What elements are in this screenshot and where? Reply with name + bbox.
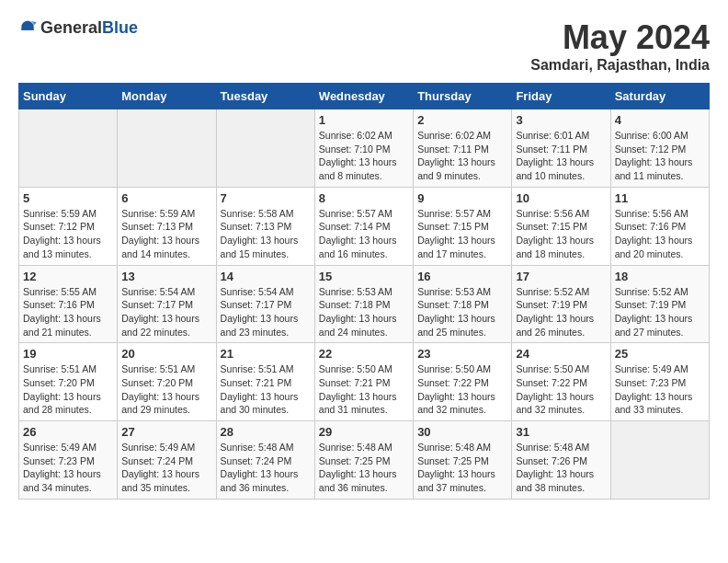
day-cell: 17Sunrise: 5:52 AM Sunset: 7:19 PM Dayli…	[512, 265, 610, 343]
day-info: Sunrise: 6:02 AM Sunset: 7:10 PM Dayligh…	[319, 129, 409, 183]
day-number: 31	[516, 425, 606, 439]
day-number: 20	[121, 347, 211, 361]
day-cell: 31Sunrise: 5:48 AM Sunset: 7:26 PM Dayli…	[512, 421, 610, 500]
day-info: Sunrise: 5:57 AM Sunset: 7:14 PM Dayligh…	[319, 207, 409, 261]
day-info: Sunrise: 5:49 AM Sunset: 7:23 PM Dayligh…	[23, 441, 113, 495]
day-number: 27	[121, 425, 211, 439]
day-info: Sunrise: 5:59 AM Sunset: 7:13 PM Dayligh…	[121, 207, 211, 261]
week-row-1: 1Sunrise: 6:02 AM Sunset: 7:10 PM Daylig…	[19, 109, 710, 188]
day-cell: 11Sunrise: 5:56 AM Sunset: 7:16 PM Dayli…	[610, 187, 709, 265]
day-number: 14	[221, 270, 311, 283]
day-number: 8	[319, 191, 409, 205]
day-number: 28	[221, 425, 311, 439]
day-cell: 15Sunrise: 5:53 AM Sunset: 7:18 PM Dayli…	[314, 265, 413, 343]
day-cell: 9Sunrise: 5:57 AM Sunset: 7:15 PM Daylig…	[414, 187, 512, 265]
day-info: Sunrise: 5:51 AM Sunset: 7:20 PM Dayligh…	[121, 362, 211, 417]
day-number: 29	[319, 425, 409, 439]
day-info: Sunrise: 5:49 AM Sunset: 7:23 PM Dayligh…	[615, 362, 705, 417]
day-number: 26	[23, 425, 113, 439]
weekday-saturday: Saturday	[610, 84, 709, 109]
day-info: Sunrise: 5:52 AM Sunset: 7:19 PM Dayligh…	[516, 285, 606, 339]
weekday-friday: Friday	[512, 84, 610, 109]
day-number: 24	[516, 347, 606, 361]
week-row-4: 19Sunrise: 5:51 AM Sunset: 7:20 PM Dayli…	[19, 343, 710, 421]
day-cell: 12Sunrise: 5:55 AM Sunset: 7:16 PM Dayli…	[19, 265, 118, 343]
subtitle: Samdari, Rajasthan, India	[530, 57, 710, 74]
day-cell	[216, 109, 314, 188]
day-number: 2	[417, 113, 507, 127]
calendar-table: SundayMondayTuesdayWednesdayThursdayFrid…	[18, 83, 710, 500]
day-number: 5	[23, 191, 113, 205]
day-info: Sunrise: 5:56 AM Sunset: 7:15 PM Dayligh…	[516, 207, 606, 261]
day-info: Sunrise: 6:01 AM Sunset: 7:11 PM Dayligh…	[516, 129, 606, 183]
day-cell: 24Sunrise: 5:50 AM Sunset: 7:22 PM Dayli…	[512, 343, 610, 421]
day-cell: 3Sunrise: 6:01 AM Sunset: 7:11 PM Daylig…	[512, 109, 610, 188]
day-number: 16	[417, 270, 507, 283]
logo-icon	[18, 19, 37, 38]
weekday-sunday: Sunday	[19, 84, 118, 109]
day-number: 13	[121, 270, 211, 283]
day-cell: 30Sunrise: 5:48 AM Sunset: 7:25 PM Dayli…	[414, 421, 512, 500]
day-cell: 1Sunrise: 6:02 AM Sunset: 7:10 PM Daylig…	[314, 109, 413, 188]
day-cell: 19Sunrise: 5:51 AM Sunset: 7:20 PM Dayli…	[19, 343, 118, 421]
day-number: 1	[319, 113, 409, 127]
day-number: 12	[23, 270, 113, 283]
logo-general: General	[40, 18, 102, 37]
day-cell: 13Sunrise: 5:54 AM Sunset: 7:17 PM Dayli…	[118, 265, 216, 343]
day-cell: 7Sunrise: 5:58 AM Sunset: 7:13 PM Daylig…	[216, 187, 314, 265]
day-info: Sunrise: 6:00 AM Sunset: 7:12 PM Dayligh…	[615, 129, 705, 183]
day-cell: 4Sunrise: 6:00 AM Sunset: 7:12 PM Daylig…	[610, 109, 709, 188]
day-cell: 23Sunrise: 5:50 AM Sunset: 7:22 PM Dayli…	[414, 343, 512, 421]
day-cell	[19, 109, 118, 188]
day-cell: 10Sunrise: 5:56 AM Sunset: 7:15 PM Dayli…	[512, 187, 610, 265]
day-number: 15	[319, 270, 409, 283]
day-number: 7	[221, 191, 311, 205]
day-cell: 2Sunrise: 6:02 AM Sunset: 7:11 PM Daylig…	[414, 109, 512, 188]
weekday-header-row: SundayMondayTuesdayWednesdayThursdayFrid…	[19, 84, 710, 109]
day-info: Sunrise: 5:54 AM Sunset: 7:17 PM Dayligh…	[121, 285, 211, 339]
day-info: Sunrise: 5:50 AM Sunset: 7:21 PM Dayligh…	[319, 362, 409, 417]
day-info: Sunrise: 5:50 AM Sunset: 7:22 PM Dayligh…	[516, 362, 606, 417]
day-cell: 22Sunrise: 5:50 AM Sunset: 7:21 PM Dayli…	[314, 343, 413, 421]
weekday-monday: Monday	[118, 84, 216, 109]
day-cell: 26Sunrise: 5:49 AM Sunset: 7:23 PM Dayli…	[19, 421, 118, 500]
day-info: Sunrise: 5:59 AM Sunset: 7:12 PM Dayligh…	[23, 207, 113, 261]
day-info: Sunrise: 5:52 AM Sunset: 7:19 PM Dayligh…	[615, 285, 705, 339]
day-number: 10	[516, 191, 606, 205]
day-cell: 6Sunrise: 5:59 AM Sunset: 7:13 PM Daylig…	[118, 187, 216, 265]
day-info: Sunrise: 5:51 AM Sunset: 7:21 PM Dayligh…	[221, 362, 311, 417]
day-cell: 29Sunrise: 5:48 AM Sunset: 7:25 PM Dayli…	[314, 421, 413, 500]
logo-text: GeneralBlue	[40, 18, 138, 38]
day-number: 6	[121, 191, 211, 205]
day-cell: 28Sunrise: 5:48 AM Sunset: 7:24 PM Dayli…	[216, 421, 314, 500]
week-row-2: 5Sunrise: 5:59 AM Sunset: 7:12 PM Daylig…	[19, 187, 710, 265]
day-cell: 21Sunrise: 5:51 AM Sunset: 7:21 PM Dayli…	[216, 343, 314, 421]
day-number: 9	[417, 191, 507, 205]
day-cell: 20Sunrise: 5:51 AM Sunset: 7:20 PM Dayli…	[118, 343, 216, 421]
day-cell: 14Sunrise: 5:54 AM Sunset: 7:17 PM Dayli…	[216, 265, 314, 343]
day-number: 19	[23, 347, 113, 361]
day-info: Sunrise: 5:53 AM Sunset: 7:18 PM Dayligh…	[417, 285, 507, 339]
day-info: Sunrise: 5:51 AM Sunset: 7:20 PM Dayligh…	[23, 362, 113, 417]
day-cell: 25Sunrise: 5:49 AM Sunset: 7:23 PM Dayli…	[610, 343, 709, 421]
day-number: 18	[615, 270, 705, 283]
week-row-5: 26Sunrise: 5:49 AM Sunset: 7:23 PM Dayli…	[19, 421, 710, 500]
logo: GeneralBlue	[18, 18, 138, 38]
day-cell: 8Sunrise: 5:57 AM Sunset: 7:14 PM Daylig…	[314, 187, 413, 265]
day-number: 21	[221, 347, 311, 361]
day-info: Sunrise: 5:48 AM Sunset: 7:26 PM Dayligh…	[516, 441, 606, 495]
day-number: 25	[615, 347, 705, 361]
day-number: 3	[516, 113, 606, 127]
day-info: Sunrise: 5:48 AM Sunset: 7:25 PM Dayligh…	[417, 441, 507, 495]
title-area: May 2024 Samdari, Rajasthan, India	[530, 18, 710, 74]
day-cell: 5Sunrise: 5:59 AM Sunset: 7:12 PM Daylig…	[19, 187, 118, 265]
day-number: 23	[417, 347, 507, 361]
weekday-thursday: Thursday	[414, 84, 512, 109]
day-number: 11	[615, 191, 705, 205]
day-info: Sunrise: 5:49 AM Sunset: 7:24 PM Dayligh…	[121, 441, 211, 495]
day-info: Sunrise: 5:53 AM Sunset: 7:18 PM Dayligh…	[319, 285, 409, 339]
day-number: 4	[615, 113, 705, 127]
header: GeneralBlue May 2024 Samdari, Rajasthan,…	[18, 18, 710, 74]
day-cell: 27Sunrise: 5:49 AM Sunset: 7:24 PM Dayli…	[118, 421, 216, 500]
week-row-3: 12Sunrise: 5:55 AM Sunset: 7:16 PM Dayli…	[19, 265, 710, 343]
